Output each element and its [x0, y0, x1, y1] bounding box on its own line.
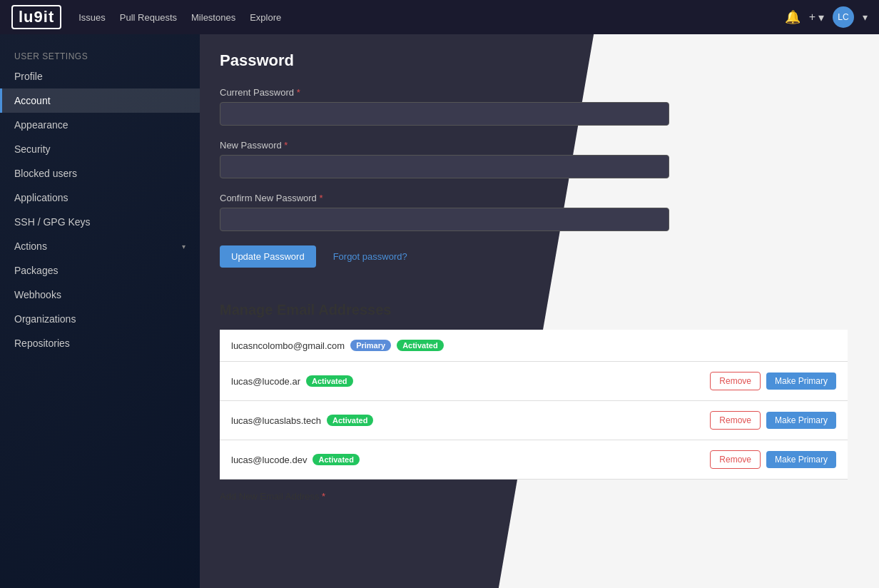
email-info-1: lucas@lucode.ar Activated	[231, 375, 353, 387]
activated-badge-1: Activated	[306, 375, 353, 387]
sidebar-item-actions[interactable]: Actions ▾	[0, 234, 200, 258]
bell-icon[interactable]: 🔔	[785, 9, 801, 25]
activated-badge-0: Activated	[397, 340, 444, 351]
topnav-right: 🔔 + ▾ LC ▾	[785, 6, 868, 28]
forgot-password-link[interactable]: Forgot password?	[333, 251, 407, 262]
password-section: Password Current Password * New Password…	[220, 51, 691, 268]
page-layout: User Settings Profile Account Appearance…	[0, 34, 879, 588]
repositories-label: Repositories	[14, 338, 70, 349]
confirm-password-required: *	[319, 193, 322, 203]
password-section-title: Password	[220, 51, 691, 70]
confirm-password-label: Confirm New Password *	[220, 193, 691, 203]
update-password-button[interactable]: Update Password	[220, 245, 316, 268]
brand-logo[interactable]: lu9it	[11, 5, 61, 29]
email-row-2: lucas@lucaslabs.tech Activated Remove Ma…	[220, 401, 848, 440]
remove-button-3[interactable]: Remove	[710, 450, 761, 469]
sidebar-item-blocked-users[interactable]: Blocked users	[0, 161, 200, 186]
email-address-primary: lucasncolombo@gmail.com	[231, 340, 345, 351]
email-address-2: lucas@lucaslabs.tech	[231, 415, 321, 426]
make-primary-button-3[interactable]: Make Primary	[766, 451, 836, 468]
activated-badge-3: Activated	[313, 454, 360, 465]
avatar-chevron-icon[interactable]: ▾	[863, 11, 868, 23]
current-password-label: Current Password *	[220, 87, 691, 98]
current-password-required: *	[297, 87, 300, 98]
current-password-group: Current Password *	[220, 87, 691, 126]
organizations-label: Organizations	[14, 313, 76, 325]
sidebar: User Settings Profile Account Appearance…	[0, 34, 200, 588]
plus-icon: +	[809, 11, 816, 24]
nav-explore[interactable]: Explore	[250, 12, 281, 23]
nav-pull-requests[interactable]: Pull Requests	[120, 12, 177, 23]
avatar[interactable]: LC	[833, 6, 854, 28]
sidebar-item-security[interactable]: Security	[0, 137, 200, 161]
sidebar-item-appearance[interactable]: Appearance	[0, 113, 200, 137]
email-info-2: lucas@lucaslabs.tech Activated	[231, 415, 373, 426]
primary-badge: Primary	[350, 340, 391, 351]
make-primary-button-1[interactable]: Make Primary	[766, 372, 836, 390]
email-address-3: lucas@lucode.dev	[231, 455, 307, 465]
nav-links: Issues Pull Requests Milestones Explore	[78, 12, 767, 23]
sidebar-item-applications[interactable]: Applications	[0, 186, 200, 210]
profile-label: Profile	[14, 71, 43, 82]
email-actions-3: Remove Make Primary	[710, 450, 836, 469]
email-row-1: lucas@lucode.ar Activated Remove Make Pr…	[220, 362, 848, 401]
sidebar-section-title: User Settings	[0, 46, 200, 64]
sidebar-item-profile[interactable]: Profile	[0, 64, 200, 88]
security-label: Security	[14, 143, 51, 155]
new-password-required: *	[284, 140, 288, 151]
email-actions-2: Remove Make Primary	[710, 411, 836, 430]
avatar-initials: LC	[838, 12, 848, 22]
blocked-users-label: Blocked users	[14, 168, 77, 179]
sidebar-item-packages[interactable]: Packages	[0, 258, 200, 283]
email-info-3: lucas@lucode.dev Activated	[231, 454, 360, 465]
email-info-primary: lucasncolombo@gmail.com Primary Activate…	[231, 340, 444, 351]
nav-issues[interactable]: Issues	[78, 12, 106, 23]
remove-button-2[interactable]: Remove	[710, 411, 761, 430]
sidebar-item-organizations[interactable]: Organizations	[0, 307, 200, 331]
new-password-label: New Password *	[220, 140, 691, 151]
nav-milestones[interactable]: Milestones	[191, 12, 235, 23]
add-email-label: Add New Email Address *	[220, 491, 848, 502]
make-primary-button-2[interactable]: Make Primary	[766, 412, 836, 429]
account-label: Account	[14, 95, 51, 106]
email-section: Manage Email Addresses lucasncolombo@gma…	[220, 290, 848, 506]
remove-button-1[interactable]: Remove	[710, 372, 761, 390]
sidebar-item-webhooks[interactable]: Webhooks	[0, 283, 200, 307]
top-navigation: lu9it Issues Pull Requests Milestones Ex…	[0, 0, 879, 34]
confirm-password-input[interactable]	[220, 208, 669, 231]
confirm-password-group: Confirm New Password *	[220, 193, 691, 231]
email-row-primary: lucasncolombo@gmail.com Primary Activate…	[220, 330, 848, 362]
new-password-group: New Password *	[220, 140, 691, 178]
chevron-icon: ▾	[818, 11, 824, 24]
activated-badge-2: Activated	[327, 415, 374, 426]
email-address-1: lucas@lucode.ar	[231, 376, 300, 387]
ssh-gpg-keys-label: SSH / GPG Keys	[14, 216, 91, 228]
appearance-label: Appearance	[14, 119, 68, 131]
content-scroll: Password Current Password * New Password…	[200, 34, 879, 588]
packages-label: Packages	[14, 265, 58, 276]
applications-label: Applications	[14, 192, 68, 203]
sidebar-item-account[interactable]: Account	[0, 88, 200, 113]
email-actions-1: Remove Make Primary	[710, 372, 836, 390]
add-email-required-marker: *	[322, 491, 325, 502]
sidebar-item-ssh-gpg-keys[interactable]: SSH / GPG Keys	[0, 210, 200, 234]
current-password-input[interactable]	[220, 102, 669, 126]
actions-label: Actions	[14, 240, 47, 252]
create-menu[interactable]: + ▾	[809, 11, 824, 24]
sidebar-item-repositories[interactable]: Repositories	[0, 331, 200, 355]
new-password-input[interactable]	[220, 155, 669, 178]
email-row-3: lucas@lucode.dev Activated Remove Make P…	[220, 440, 848, 480]
actions-chevron-icon: ▾	[182, 243, 186, 250]
manage-email-title: Manage Email Addresses	[220, 290, 848, 318]
main-content-wrapper: Password Current Password * New Password…	[200, 34, 879, 588]
update-row: Update Password Forgot password?	[220, 245, 691, 268]
webhooks-label: Webhooks	[14, 289, 61, 300]
